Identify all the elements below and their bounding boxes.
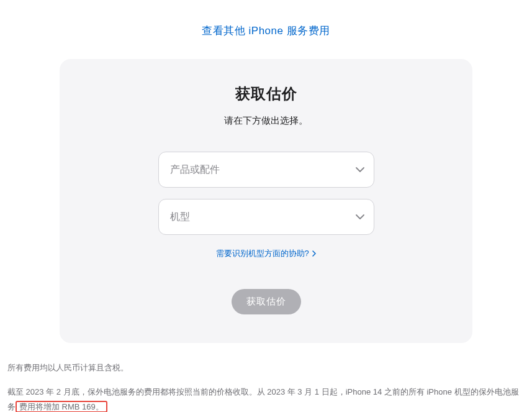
model-select-placeholder: 机型 bbox=[170, 211, 190, 224]
model-help-link[interactable]: 需要识别机型方面的协助? bbox=[216, 249, 317, 258]
view-other-services-link[interactable]: 查看其他 iPhone 服务费用 bbox=[202, 25, 330, 37]
model-select-wrapper: 机型 bbox=[158, 199, 374, 235]
product-select[interactable]: 产品或配件 bbox=[158, 152, 374, 188]
product-select-placeholder: 产品或配件 bbox=[170, 163, 220, 176]
card-title: 获取估价 bbox=[97, 84, 435, 104]
chevron-right-icon bbox=[312, 249, 316, 259]
submit-wrapper: 获取估价 bbox=[97, 289, 435, 314]
model-select[interactable]: 机型 bbox=[158, 199, 374, 235]
footnotes: 所有费用均以人民币计算且含税。 截至 2023 年 2 月底，保外电池服务的费用… bbox=[0, 355, 532, 412]
product-select-wrapper: 产品或配件 bbox=[158, 152, 374, 188]
help-link-label: 需要识别机型方面的协助? bbox=[216, 249, 309, 258]
footnote-tax: 所有费用均以人民币计算且含税。 bbox=[7, 360, 525, 376]
price-highlight: 费用将增加 RMB 169。 bbox=[16, 401, 107, 412]
card-subtitle: 请在下方做出选择。 bbox=[97, 115, 435, 127]
estimate-card: 获取估价 请在下方做出选择。 产品或配件 机型 需要识别机型方面的协助? 获取估… bbox=[60, 59, 472, 343]
help-link-container: 需要识别机型方面的协助? bbox=[97, 247, 435, 259]
top-link-container: 查看其他 iPhone 服务费用 bbox=[0, 0, 532, 50]
get-estimate-button[interactable]: 获取估价 bbox=[232, 289, 301, 314]
footnote-price-change: 截至 2023 年 2 月底，保外电池服务的费用都将按照当前的价格收取。从 20… bbox=[7, 385, 525, 412]
